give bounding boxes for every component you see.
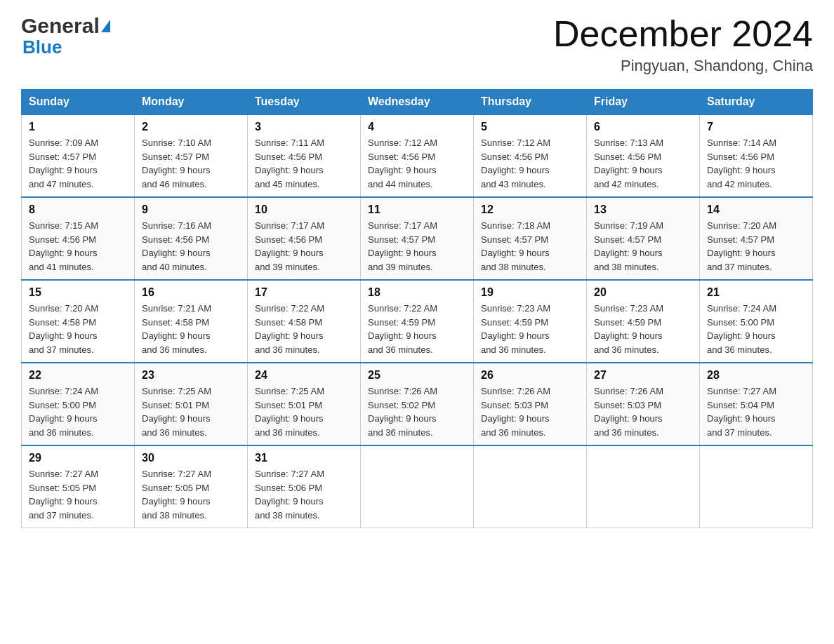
day-number: 24 xyxy=(255,369,353,382)
calendar-week-row: 15Sunrise: 7:20 AMSunset: 4:58 PMDayligh… xyxy=(22,280,813,363)
calendar-week-row: 1Sunrise: 7:09 AMSunset: 4:57 PMDaylight… xyxy=(22,114,813,197)
calendar-day-cell: 30Sunrise: 7:27 AMSunset: 5:05 PMDayligh… xyxy=(135,445,248,528)
day-of-week-header: Thursday xyxy=(474,90,587,115)
day-info: Sunrise: 7:26 AMSunset: 5:03 PMDaylight:… xyxy=(594,384,692,439)
calendar-day-cell xyxy=(700,445,813,528)
day-number: 4 xyxy=(368,121,466,133)
calendar-day-cell: 2Sunrise: 7:10 AMSunset: 4:57 PMDaylight… xyxy=(135,114,248,197)
day-number: 25 xyxy=(368,369,466,382)
calendar-day-cell: 21Sunrise: 7:24 AMSunset: 5:00 PMDayligh… xyxy=(700,280,813,363)
day-info: Sunrise: 7:21 AMSunset: 4:58 PMDaylight:… xyxy=(142,302,240,356)
calendar-table: SundayMondayTuesdayWednesdayThursdayFrid… xyxy=(21,89,813,528)
calendar-day-cell: 6Sunrise: 7:13 AMSunset: 4:56 PMDaylight… xyxy=(587,114,700,197)
day-info: Sunrise: 7:23 AMSunset: 4:59 PMDaylight:… xyxy=(481,302,579,356)
day-info: Sunrise: 7:12 AMSunset: 4:56 PMDaylight:… xyxy=(481,136,579,191)
calendar-week-row: 8Sunrise: 7:15 AMSunset: 4:56 PMDaylight… xyxy=(22,197,813,280)
day-number: 8 xyxy=(29,203,127,216)
day-info: Sunrise: 7:27 AMSunset: 5:05 PMDaylight:… xyxy=(29,467,127,522)
day-info: Sunrise: 7:12 AMSunset: 4:56 PMDaylight:… xyxy=(368,136,466,191)
calendar-day-cell: 8Sunrise: 7:15 AMSunset: 4:56 PMDaylight… xyxy=(22,197,135,280)
day-number: 28 xyxy=(707,369,805,382)
calendar-day-cell: 22Sunrise: 7:24 AMSunset: 5:00 PMDayligh… xyxy=(22,363,135,445)
day-number: 21 xyxy=(707,286,805,299)
day-info: Sunrise: 7:10 AMSunset: 4:57 PMDaylight:… xyxy=(142,136,240,191)
logo-general-text: General xyxy=(21,14,100,38)
calendar-day-cell: 29Sunrise: 7:27 AMSunset: 5:05 PMDayligh… xyxy=(22,445,135,528)
day-info: Sunrise: 7:27 AMSunset: 5:06 PMDaylight:… xyxy=(255,467,353,522)
page-header: General Blue December 2024 Pingyuan, Sha… xyxy=(21,14,813,75)
day-info: Sunrise: 7:15 AMSunset: 4:56 PMDaylight:… xyxy=(29,219,127,274)
day-number: 19 xyxy=(481,286,579,299)
day-of-week-header: Wednesday xyxy=(361,90,474,115)
day-of-week-header: Monday xyxy=(135,90,248,115)
day-info: Sunrise: 7:20 AMSunset: 4:58 PMDaylight:… xyxy=(29,302,127,356)
calendar-week-row: 29Sunrise: 7:27 AMSunset: 5:05 PMDayligh… xyxy=(22,445,813,528)
calendar-day-cell: 18Sunrise: 7:22 AMSunset: 4:59 PMDayligh… xyxy=(361,280,474,363)
calendar-week-row: 22Sunrise: 7:24 AMSunset: 5:00 PMDayligh… xyxy=(22,363,813,445)
day-info: Sunrise: 7:20 AMSunset: 4:57 PMDaylight:… xyxy=(707,219,805,274)
day-number: 2 xyxy=(142,121,240,133)
day-number: 7 xyxy=(707,121,805,133)
month-title: December 2024 xyxy=(553,14,813,54)
day-info: Sunrise: 7:22 AMSunset: 4:58 PMDaylight:… xyxy=(255,302,353,356)
day-number: 17 xyxy=(255,286,353,299)
calendar-day-cell: 11Sunrise: 7:17 AMSunset: 4:57 PMDayligh… xyxy=(361,197,474,280)
calendar-day-cell: 12Sunrise: 7:18 AMSunset: 4:57 PMDayligh… xyxy=(474,197,587,280)
calendar-day-cell: 13Sunrise: 7:19 AMSunset: 4:57 PMDayligh… xyxy=(587,197,700,280)
day-number: 16 xyxy=(142,286,240,299)
calendar-day-cell: 23Sunrise: 7:25 AMSunset: 5:01 PMDayligh… xyxy=(135,363,248,445)
day-number: 15 xyxy=(29,286,127,299)
calendar-day-cell: 5Sunrise: 7:12 AMSunset: 4:56 PMDaylight… xyxy=(474,114,587,197)
day-number: 11 xyxy=(368,203,466,216)
day-info: Sunrise: 7:14 AMSunset: 4:56 PMDaylight:… xyxy=(707,136,805,191)
title-area: December 2024 Pingyuan, Shandong, China xyxy=(553,14,813,75)
calendar-header-row: SundayMondayTuesdayWednesdayThursdayFrid… xyxy=(22,90,813,115)
calendar-day-cell: 7Sunrise: 7:14 AMSunset: 4:56 PMDaylight… xyxy=(700,114,813,197)
day-number: 12 xyxy=(481,203,579,216)
day-info: Sunrise: 7:26 AMSunset: 5:02 PMDaylight:… xyxy=(368,384,466,439)
calendar-day-cell: 31Sunrise: 7:27 AMSunset: 5:06 PMDayligh… xyxy=(248,445,361,528)
day-info: Sunrise: 7:17 AMSunset: 4:56 PMDaylight:… xyxy=(255,219,353,274)
logo-blue-text: Blue xyxy=(21,36,62,58)
location-subtitle: Pingyuan, Shandong, China xyxy=(553,57,813,75)
day-number: 13 xyxy=(594,203,692,216)
day-info: Sunrise: 7:22 AMSunset: 4:59 PMDaylight:… xyxy=(368,302,466,356)
calendar-day-cell: 20Sunrise: 7:23 AMSunset: 4:59 PMDayligh… xyxy=(587,280,700,363)
day-number: 29 xyxy=(29,452,127,464)
day-info: Sunrise: 7:24 AMSunset: 5:00 PMDaylight:… xyxy=(707,302,805,356)
day-info: Sunrise: 7:13 AMSunset: 4:56 PMDaylight:… xyxy=(594,136,692,191)
calendar-day-cell: 27Sunrise: 7:26 AMSunset: 5:03 PMDayligh… xyxy=(587,363,700,445)
calendar-day-cell: 9Sunrise: 7:16 AMSunset: 4:56 PMDaylight… xyxy=(135,197,248,280)
day-number: 30 xyxy=(142,452,240,464)
calendar-day-cell: 16Sunrise: 7:21 AMSunset: 4:58 PMDayligh… xyxy=(135,280,248,363)
day-number: 14 xyxy=(707,203,805,216)
day-info: Sunrise: 7:25 AMSunset: 5:01 PMDaylight:… xyxy=(142,384,240,439)
calendar-day-cell: 26Sunrise: 7:26 AMSunset: 5:03 PMDayligh… xyxy=(474,363,587,445)
calendar-day-cell: 28Sunrise: 7:27 AMSunset: 5:04 PMDayligh… xyxy=(700,363,813,445)
calendar-day-cell: 10Sunrise: 7:17 AMSunset: 4:56 PMDayligh… xyxy=(248,197,361,280)
day-number: 22 xyxy=(29,369,127,382)
day-info: Sunrise: 7:16 AMSunset: 4:56 PMDaylight:… xyxy=(142,219,240,274)
calendar-day-cell: 14Sunrise: 7:20 AMSunset: 4:57 PMDayligh… xyxy=(700,197,813,280)
calendar-day-cell xyxy=(361,445,474,528)
day-of-week-header: Tuesday xyxy=(248,90,361,115)
day-number: 20 xyxy=(594,286,692,299)
day-number: 6 xyxy=(594,121,692,133)
day-number: 27 xyxy=(594,369,692,382)
day-of-week-header: Friday xyxy=(587,90,700,115)
day-number: 9 xyxy=(142,203,240,216)
calendar-day-cell: 1Sunrise: 7:09 AMSunset: 4:57 PMDaylight… xyxy=(22,114,135,197)
day-number: 3 xyxy=(255,121,353,133)
calendar-day-cell: 19Sunrise: 7:23 AMSunset: 4:59 PMDayligh… xyxy=(474,280,587,363)
day-number: 31 xyxy=(255,452,353,464)
logo-triangle-icon xyxy=(101,20,110,32)
calendar-day-cell: 4Sunrise: 7:12 AMSunset: 4:56 PMDaylight… xyxy=(361,114,474,197)
day-of-week-header: Saturday xyxy=(700,90,813,115)
day-info: Sunrise: 7:09 AMSunset: 4:57 PMDaylight:… xyxy=(29,136,127,191)
calendar-day-cell xyxy=(474,445,587,528)
day-info: Sunrise: 7:19 AMSunset: 4:57 PMDaylight:… xyxy=(594,219,692,274)
calendar-day-cell: 3Sunrise: 7:11 AMSunset: 4:56 PMDaylight… xyxy=(248,114,361,197)
day-of-week-header: Sunday xyxy=(22,90,135,115)
day-number: 10 xyxy=(255,203,353,216)
calendar-day-cell: 24Sunrise: 7:25 AMSunset: 5:01 PMDayligh… xyxy=(248,363,361,445)
